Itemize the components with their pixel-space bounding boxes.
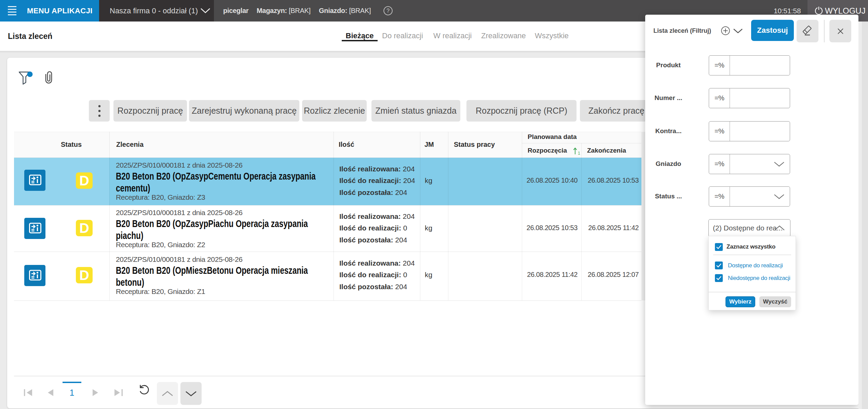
svg-text:?: ? [386, 8, 390, 14]
svg-text:1: 1 [578, 151, 580, 155]
